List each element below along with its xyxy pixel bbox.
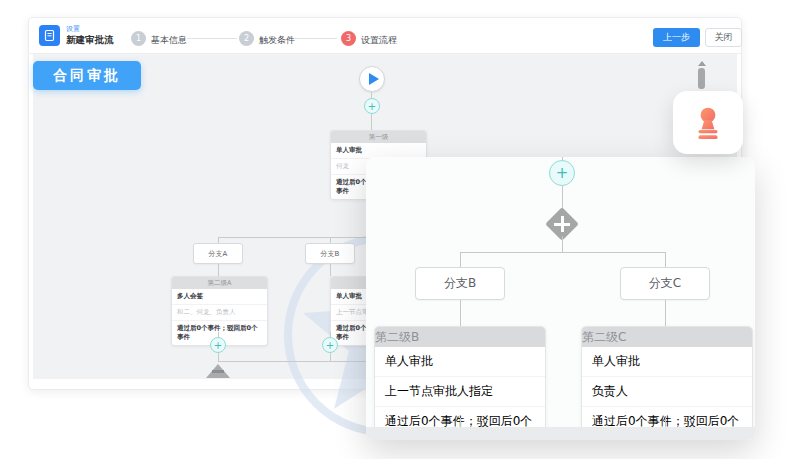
node-header: 第一级 xyxy=(331,131,426,143)
zoom-detail-panel: + 分支B 分支C 第二级B 单人审批 上一节点审批人指定 通过后0个事件；驳回… xyxy=(366,157,755,440)
node-approval-type: 单人审批 xyxy=(375,347,545,377)
branch-b-box[interactable]: 分支B xyxy=(415,267,505,300)
node-approval-type: 多人会签 xyxy=(172,289,267,305)
branch-b-label: 分支B xyxy=(321,249,340,259)
step-1-circle[interactable]: 1 xyxy=(131,31,146,46)
branch-c-label: 分支C xyxy=(649,275,681,292)
plus-icon: + xyxy=(368,101,376,112)
node-card-level2c[interactable]: 第二级C 单人审批 负责人 通过后0个事件；驳回后0个事件 xyxy=(581,326,753,440)
flow-name-tag: 合同审批 xyxy=(33,61,141,90)
branch-a-label: 分支A xyxy=(209,249,228,259)
screenshot-stage: 设置 新建审批流 1 基本信息 2 触发条件 3 设置流程 上一步 关闭 合同审… xyxy=(0,0,792,459)
plus-icon: + xyxy=(556,164,569,182)
flow-line xyxy=(330,264,331,276)
flow-line xyxy=(460,418,461,427)
branch-c-box[interactable]: 分支C xyxy=(620,267,710,300)
step-2-circle[interactable]: 2 xyxy=(239,31,254,46)
flow-line xyxy=(460,252,461,267)
node-card-level2a[interactable]: 第二级A 多人会签 和二、何龙、负责人 通过后0个事件；驳回后0个事件 xyxy=(171,276,268,346)
node-header: 第二级B xyxy=(375,327,545,347)
flow-line xyxy=(562,236,563,252)
close-button[interactable]: 关闭 xyxy=(705,28,742,47)
step-1-num: 1 xyxy=(136,34,141,43)
plus-icon: + xyxy=(214,340,222,351)
flow-line xyxy=(665,418,666,427)
stamp-icon xyxy=(690,105,726,141)
page-title: 新建审批流 xyxy=(66,34,114,47)
node-assignee: 负责人 xyxy=(582,377,752,407)
add-node-button[interactable]: + xyxy=(210,337,226,353)
node-approval-type: 单人审批 xyxy=(582,347,752,377)
flow-line xyxy=(371,114,372,130)
add-node-button[interactable]: + xyxy=(364,98,380,114)
end-node-mark xyxy=(212,370,224,373)
branch-b-label: 分支B xyxy=(444,275,476,292)
scrollbar-up-arrow-icon[interactable] xyxy=(698,61,706,66)
node-header: 第二级A xyxy=(172,277,267,289)
step-2-label: 触发条件 xyxy=(259,34,295,47)
document-icon xyxy=(39,25,60,46)
scrollbar-thumb[interactable] xyxy=(698,68,705,89)
node-assignee: 上一节点审批人指定 xyxy=(375,377,545,407)
step-3-label: 设置流程 xyxy=(361,34,397,47)
add-node-button[interactable]: + xyxy=(322,337,338,353)
flow-line xyxy=(330,353,331,361)
window-topbar: 设置 新建审批流 1 基本信息 2 触发条件 3 设置流程 上一步 关闭 xyxy=(29,18,741,54)
stamp-card[interactable] xyxy=(673,91,743,154)
step-2-num: 2 xyxy=(244,34,249,43)
branch-b-box[interactable]: 分支B xyxy=(305,243,355,264)
prev-step-button[interactable]: 上一步 xyxy=(653,28,700,47)
step-3-circle[interactable]: 3 xyxy=(341,31,356,46)
flow-line xyxy=(218,264,219,276)
start-node[interactable] xyxy=(359,66,385,92)
step-connector xyxy=(295,38,337,39)
flow-line xyxy=(218,353,219,361)
header-subtitle: 设置 xyxy=(66,24,80,34)
flow-line xyxy=(665,252,666,267)
step-3-num: 3 xyxy=(346,34,351,43)
panel-bottom-strip xyxy=(366,427,755,440)
plus-icon: + xyxy=(326,340,334,351)
play-icon xyxy=(369,73,379,85)
node-assignee: 和二、何龙、负责人 xyxy=(172,305,267,321)
step-connector xyxy=(187,38,237,39)
flow-line xyxy=(460,300,461,326)
node-header: 第二级C xyxy=(582,327,752,347)
branch-a-box[interactable]: 分支A xyxy=(193,243,243,264)
step-1-label: 基本信息 xyxy=(151,34,187,47)
add-node-button[interactable]: + xyxy=(549,160,575,186)
plus-icon xyxy=(561,216,564,232)
flow-split-line xyxy=(460,252,666,253)
flow-line xyxy=(665,300,666,326)
